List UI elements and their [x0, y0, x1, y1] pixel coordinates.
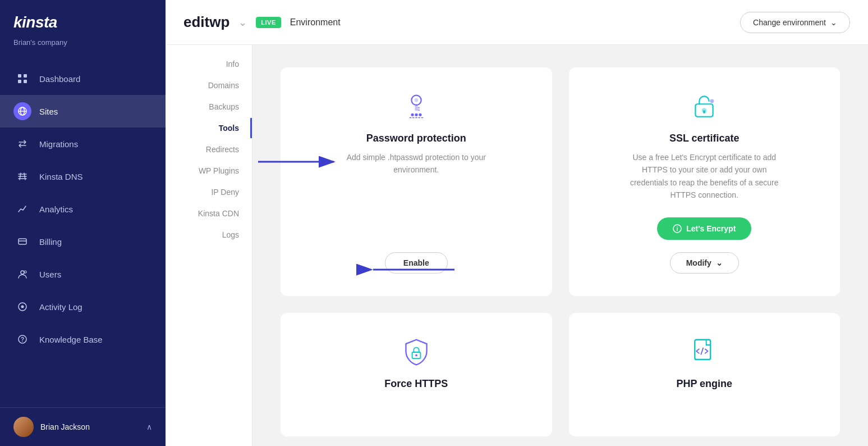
sec-nav-kinsta-cdn[interactable]: Kinsta CDN [166, 203, 252, 224]
sidebar-item-dashboard[interactable]: Dashboard [0, 62, 166, 95]
sites-icon-wrap [13, 102, 31, 120]
svg-point-31 [710, 99, 714, 103]
logo-area: kinsta [0, 0, 166, 36]
billing-icon-wrap [13, 233, 31, 251]
svg-rect-23 [417, 110, 419, 111]
sec-nav-ip-deny[interactable]: IP Deny [166, 182, 252, 202]
svg-point-25 [415, 113, 417, 116]
lets-encrypt-icon: i [673, 224, 682, 233]
force-https-card: Force HTTPS [281, 313, 552, 436]
svg-point-24 [411, 113, 414, 116]
migrations-icon [17, 139, 27, 149]
php-engine-icon [690, 335, 719, 369]
modify-chevron-icon: ⌄ [716, 258, 723, 267]
change-environment-button[interactable]: Change environment ⌄ [740, 12, 850, 33]
sidebar-item-analytics[interactable]: Analytics [0, 193, 166, 225]
lets-encrypt-button[interactable]: i Let's Encrypt [657, 217, 751, 240]
site-name-chevron-icon: ⌄ [238, 16, 247, 29]
sidebar-nav: Dashboard Sites Migrations [0, 58, 166, 407]
svg-rect-0 [18, 74, 21, 78]
sidebar-item-label: Billing [39, 237, 62, 247]
php-engine-title: PHP engine [676, 378, 732, 390]
ssl-certificate-card: SSL certificate Use a free Let's Encrypt… [569, 67, 841, 296]
sec-nav-domains[interactable]: Domains [166, 75, 252, 95]
secondary-nav: Info Domains Backups Tools Redirects WP … [166, 45, 252, 446]
content-area: Info Domains Backups Tools Redirects WP … [166, 45, 868, 446]
environment-label: Environment [290, 17, 341, 28]
live-badge: LIVE [256, 17, 281, 28]
sidebar-item-sites[interactable]: Sites [0, 95, 166, 128]
ssl-certificate-icon [690, 90, 719, 124]
dashboard-icon [17, 74, 27, 84]
sidebar-item-label: Migrations [39, 139, 78, 149]
knowledge-base-icon-wrap: ? [13, 330, 31, 348]
sec-nav-tools[interactable]: Tools [166, 118, 252, 138]
svg-text:?: ? [21, 336, 24, 343]
svg-point-12 [21, 306, 24, 308]
main-content: editwp ⌄ LIVE Environment Change environ… [166, 0, 868, 446]
dns-icon-wrap [13, 167, 31, 185]
sites-icon [17, 106, 27, 116]
ssl-certificate-title: SSL certificate [669, 133, 740, 144]
sidebar: kinsta Brian's company Dashboard [0, 0, 166, 446]
avatar [13, 417, 34, 437]
sec-nav-logs[interactable]: Logs [166, 225, 252, 245]
svg-text:i: i [677, 226, 678, 232]
force-https-title: Force HTTPS [384, 378, 448, 390]
kinsta-logo: kinsta [13, 13, 152, 31]
sidebar-item-migrations[interactable]: Migrations [0, 128, 166, 160]
sec-nav-info[interactable]: Info [166, 54, 252, 74]
password-protection-desc: Add simple .htpasswd protection to your … [338, 151, 495, 236]
svg-rect-2 [18, 80, 21, 83]
sidebar-footer[interactable]: Brian Jackson ∧ [0, 407, 166, 446]
migrations-icon-wrap [13, 135, 31, 153]
sec-nav-wp-plugins[interactable]: WP Plugins [166, 161, 252, 181]
sec-nav-redirects[interactable]: Redirects [166, 139, 252, 160]
billing-icon [17, 236, 27, 247]
analytics-icon [17, 204, 27, 214]
dashboard-icon-wrap [13, 70, 31, 88]
tools-content-wrapper: Password protection Add simple .htpasswd… [252, 45, 868, 446]
sidebar-item-label: Sites [39, 107, 58, 116]
password-protection-card: Password protection Add simple .htpasswd… [281, 67, 552, 296]
sidebar-item-knowledge-base[interactable]: ? Knowledge Base [0, 323, 166, 356]
knowledge-base-icon: ? [17, 334, 27, 344]
sidebar-item-label: Analytics [39, 204, 73, 214]
sidebar-item-label: Users [39, 270, 61, 279]
svg-point-26 [419, 113, 421, 116]
users-icon-wrap [13, 265, 31, 283]
svg-point-10 [24, 271, 26, 273]
dns-icon [17, 171, 27, 181]
sidebar-item-label: Knowledge Base [39, 335, 103, 344]
sidebar-item-users[interactable]: Users [0, 258, 166, 290]
password-protection-title: Password protection [366, 133, 466, 144]
sec-nav-backups[interactable]: Backups [166, 97, 252, 117]
svg-point-35 [415, 354, 417, 356]
sidebar-item-label: Kinsta DNS [39, 172, 83, 181]
sidebar-item-label: Activity Log [39, 302, 82, 312]
users-icon [17, 269, 27, 279]
modify-button[interactable]: Modify ⌄ [670, 252, 739, 274]
force-https-icon [402, 335, 431, 369]
svg-rect-7 [19, 239, 26, 244]
sidebar-item-kinsta-dns[interactable]: Kinsta DNS [0, 160, 166, 193]
header: editwp ⌄ LIVE Environment Change environ… [166, 0, 868, 45]
svg-point-20 [414, 98, 418, 102]
ssl-certificate-desc: Use a free Let's Encrypt certificate to … [626, 151, 783, 202]
sidebar-item-activity-log[interactable]: Activity Log [0, 290, 166, 323]
activity-log-icon [17, 302, 27, 312]
svg-rect-30 [704, 111, 705, 113]
company-name: Brian's company [0, 36, 166, 58]
svg-point-9 [21, 271, 24, 274]
enable-button[interactable]: Enable [385, 252, 448, 274]
footer-chevron-icon: ∧ [146, 422, 152, 431]
tools-grid: Password protection Add simple .htpasswd… [281, 67, 840, 436]
site-name: editwp [183, 13, 229, 31]
password-protection-icon [402, 90, 431, 124]
sidebar-item-billing[interactable]: Billing [0, 225, 166, 258]
svg-rect-21 [415, 104, 417, 111]
svg-line-37 [701, 348, 704, 354]
php-engine-card: PHP engine [569, 313, 841, 436]
sidebar-item-label: Dashboard [39, 74, 80, 84]
svg-rect-3 [24, 80, 27, 83]
